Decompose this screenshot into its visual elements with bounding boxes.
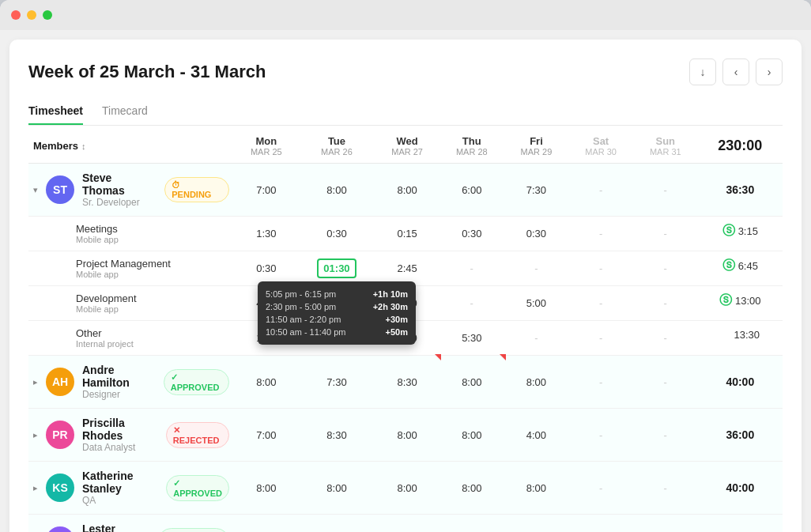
- page-header: Week of 25 March - 31 March ↓ ‹ ›: [28, 58, 783, 85]
- day-cell[interactable]: 8:00: [375, 515, 439, 533]
- day-cell[interactable]: 8:00: [504, 462, 569, 515]
- task-row: Project Management Mobile app 0:30 01:30…: [28, 251, 783, 286]
- sort-icon[interactable]: ↕: [81, 141, 86, 151]
- day-cell[interactable]: -: [633, 409, 698, 462]
- member-row: ▾ ST Steve Thomas Sr. Developer ⏱ PENDIN…: [28, 164, 783, 217]
- day-cell[interactable]: -: [439, 286, 504, 321]
- maximize-dot[interactable]: [43, 10, 52, 20]
- day-cell[interactable]: 1:30: [234, 217, 299, 251]
- expand-chevron[interactable]: ▸: [33, 430, 38, 440]
- task-project: Mobile app: [76, 235, 229, 244]
- expand-chevron[interactable]: ▾: [33, 185, 38, 195]
- member-row: ▸ AH Andre Hamilton Designer ✓ APPROVED …: [28, 356, 783, 409]
- member-total: 40:00: [698, 515, 783, 533]
- day-cell[interactable]: 0:30: [439, 217, 504, 251]
- day-cell[interactable]: 8:00: [299, 515, 375, 533]
- day-cell[interactable]: -: [504, 321, 569, 356]
- day-cell[interactable]: 8:00: [439, 515, 504, 533]
- grand-total: 230:00: [698, 126, 783, 164]
- next-week-button[interactable]: ›: [756, 58, 783, 85]
- member-col: ▸ PR Priscilla Rhodes Data Analyst ✕ REJ…: [28, 409, 234, 462]
- download-button[interactable]: ↓: [689, 58, 716, 85]
- day-cell[interactable]: -: [633, 515, 698, 533]
- day-cell[interactable]: 8:00: [504, 515, 569, 533]
- day-cell[interactable]: 8:00: [439, 356, 504, 409]
- tab-timesheet[interactable]: Timesheet: [28, 98, 83, 125]
- tab-timecard[interactable]: Timecard: [102, 98, 148, 125]
- day-cell[interactable]: -: [633, 217, 698, 251]
- day-cell[interactable]: 8:30: [299, 409, 375, 462]
- edit-cell[interactable]: 01:30: [317, 258, 356, 278]
- status-badge: ✓ APPROVED: [166, 475, 229, 501]
- day-cell[interactable]: 5:00: [504, 286, 569, 321]
- day-cell[interactable]: 8:00: [439, 462, 504, 515]
- day-cell[interactable]: -: [568, 217, 633, 251]
- close-dot[interactable]: [11, 10, 21, 20]
- day-cell[interactable]: 0:30: [299, 217, 375, 251]
- member-row: ▸ KS Katherine Stanley QA ✓ APPROVED 8:0…: [28, 462, 783, 515]
- day-cell[interactable]: 4:00: [504, 409, 569, 462]
- task-row: Meetings Mobile app 1:300:300:150:300:30…: [28, 217, 783, 251]
- status-badge: ⏱ PENDING: [164, 177, 229, 202]
- day-cell[interactable]: 01:30 5:05 pm - 6:15 pm+1h 10m2:30 pm - …: [299, 251, 375, 286]
- day-cell[interactable]: 0:30: [504, 217, 569, 251]
- member-name: Lester Young: [82, 523, 150, 532]
- day-cell[interactable]: -: [633, 356, 698, 409]
- day-cell[interactable]: -: [633, 462, 698, 515]
- day-cell[interactable]: -: [568, 515, 633, 533]
- members-label: Members: [33, 140, 78, 152]
- day-cell[interactable]: 0:30: [234, 251, 299, 286]
- minimize-dot[interactable]: [27, 10, 36, 20]
- day-cell[interactable]: 8:00: [375, 462, 439, 515]
- day-cell[interactable]: -: [633, 286, 698, 321]
- day-cell[interactable]: 8:00: [234, 515, 299, 533]
- member-total: 40:00: [698, 462, 783, 515]
- timesheet-table: Members ↕ MonMAR 25 TueMAR 26 WedMAR 27 …: [28, 126, 783, 532]
- avatar: PR: [46, 421, 74, 449]
- day-cell[interactable]: -: [633, 251, 698, 286]
- col-thu: ThuMAR 28: [439, 126, 504, 164]
- day-cell[interactable]: 8:00: [299, 462, 375, 515]
- task-name: Other: [76, 327, 229, 339]
- day-cell[interactable]: 8:00: [299, 164, 375, 217]
- day-cell[interactable]: 7:30: [299, 356, 375, 409]
- member-name: Katherine Stanley: [82, 470, 158, 495]
- day-cell[interactable]: -: [568, 321, 633, 356]
- day-cell[interactable]: 6:00: [439, 164, 504, 217]
- day-cell[interactable]: -: [633, 321, 698, 356]
- day-cell[interactable]: 7:00: [234, 164, 299, 217]
- day-cell[interactable]: -: [439, 251, 504, 286]
- day-cell[interactable]: 8:00: [234, 356, 299, 409]
- day-cell[interactable]: -: [568, 462, 633, 515]
- day-cell[interactable]: -: [568, 409, 633, 462]
- col-wed: WedMAR 27: [375, 126, 439, 164]
- task-col: Development Mobile app: [28, 286, 234, 321]
- day-cell[interactable]: 8:00: [234, 462, 299, 515]
- day-cell[interactable]: 5:30: [439, 321, 504, 356]
- task-name: Development: [76, 292, 229, 304]
- day-cell[interactable]: -: [504, 251, 569, 286]
- member-role: QA: [82, 495, 158, 506]
- day-cell[interactable]: 7:00: [234, 409, 299, 462]
- day-cell[interactable]: 8:30: [375, 356, 439, 409]
- avatar: AH: [46, 368, 74, 396]
- day-cell[interactable]: 8:00: [375, 409, 439, 462]
- week-title: Week of 25 March - 31 March: [28, 62, 266, 82]
- expand-chevron[interactable]: ▸: [33, 483, 38, 493]
- day-cell[interactable]: -: [633, 164, 698, 217]
- day-cell[interactable]: -: [568, 356, 633, 409]
- day-cell[interactable]: -: [568, 251, 633, 286]
- expand-chevron[interactable]: ▸: [33, 377, 38, 387]
- member-name: Steve Thomas: [82, 172, 157, 197]
- day-cell[interactable]: 7:30: [504, 164, 569, 217]
- day-cell[interactable]: -: [568, 164, 633, 217]
- task-total-val: 13:30: [734, 329, 760, 341]
- day-cell[interactable]: 2:45: [375, 251, 439, 286]
- day-cell[interactable]: 8:00: [375, 164, 439, 217]
- prev-week-button[interactable]: ‹: [722, 58, 749, 85]
- day-cell[interactable]: 8:00: [504, 356, 569, 409]
- s-icon: ⓢ: [722, 258, 735, 274]
- day-cell[interactable]: 8:00: [439, 409, 504, 462]
- day-cell[interactable]: 0:15: [375, 217, 439, 251]
- day-cell[interactable]: -: [568, 286, 633, 321]
